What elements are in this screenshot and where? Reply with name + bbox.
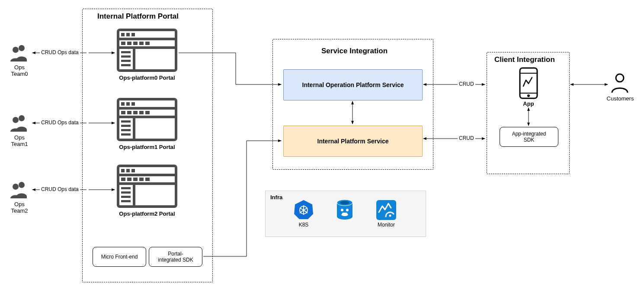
diagram-canvas: Internal Platform Portal Service Integra… xyxy=(0,0,644,288)
edge-label: CRUD Ops data xyxy=(40,120,80,126)
arrows-layer xyxy=(0,0,644,288)
edge-label: CRUD Ops data xyxy=(40,49,80,55)
edge-label: CRUD xyxy=(458,135,475,141)
edge-label: CRUD xyxy=(458,81,475,87)
edge-label: CRUD Ops data xyxy=(40,186,80,192)
